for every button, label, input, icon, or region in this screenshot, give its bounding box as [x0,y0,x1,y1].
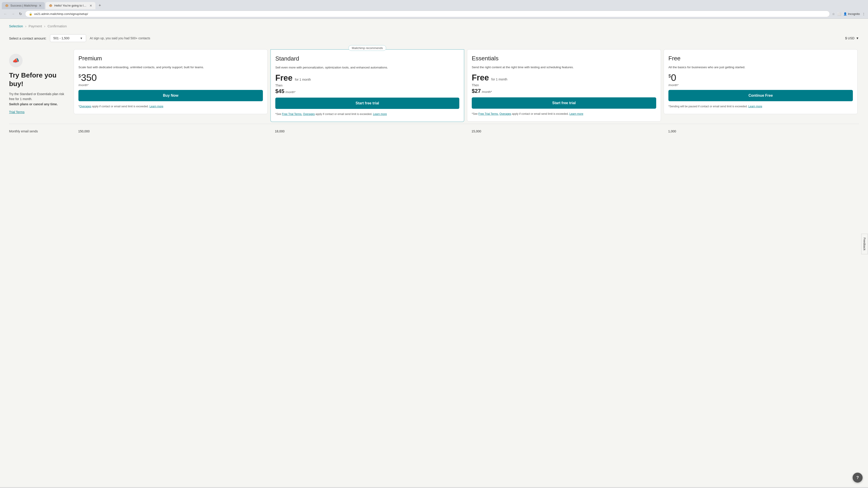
essentials-free-label: Free [472,73,489,82]
incognito-label: Incognito [848,12,860,15]
try-desc-bold: Switch plans or cancel any time. [9,102,58,106]
breadcrumb-confirmation[interactable]: Confirmation [48,24,67,28]
standard-plan-desc: Sell even more with personalization, opt… [275,65,459,70]
tab-close-2[interactable]: ✕ [90,4,92,7]
essentials-trial-terms-link[interactable]: Free Trial Terms. [478,112,499,116]
free-col: Free All the basics for businesses who a… [662,49,859,122]
breadcrumb-sep-1: › [25,24,26,28]
essentials-then-sub: /month* [482,90,492,94]
essentials-col: Essentials Send the right content at the… [466,49,662,122]
megaphone-icon: 📣 [9,54,23,67]
try-desc-line1: Try the Standard or Essentials plan risk… [9,92,64,101]
free-price-main: $0 [669,73,853,83]
essentials-plan-desc: Send the right content at the right time… [472,65,656,70]
standard-monthly-sends: 18,000 [269,128,466,135]
free-price-sub: /month* [669,84,853,87]
plans-grid: 📣 Try Before you buy! Try the Standard o… [9,49,859,122]
free-price-block: $0 /month* [669,73,853,87]
free-footnote: *Sending will be paused if contact or em… [669,104,853,108]
standard-trial-button[interactable]: Start free trial [275,98,459,109]
horizontal-scrollbar[interactable] [0,487,868,488]
free-price-value: 0 [671,72,676,83]
essentials-trial-button[interactable]: Start free trial [472,97,656,109]
essentials-then-amount: $27 [472,88,481,94]
tab-hello-mailchimp[interactable]: 🐵 Hello! You're going to love it he... ✕ [46,2,95,9]
breadcrumb: Selection › Payment › Confirmation [9,24,859,28]
free-plan-card: Free All the basics for businesses who a… [664,49,858,114]
forward-button[interactable]: → [10,11,16,17]
free-learn-more-link[interactable]: Learn more [748,105,762,108]
premium-plan-name: Premium [79,55,263,62]
extensions-icon[interactable]: ⬜ [837,12,841,16]
premium-plan-desc: Scale fast with dedicated onboarding, un… [79,65,263,70]
essentials-overages-link[interactable]: Overages [500,112,511,116]
tab-title-1: Success | Mailchimp [10,4,37,7]
try-before-desc: Try the Standard or Essentials plan risk… [9,92,68,107]
help-button[interactable]: ? [852,473,863,483]
incognito-button[interactable]: 👤 Incognito [843,12,860,15]
tab-bar: 🐵 Success | Mailchimp ✕ 🐵 Hello! You're … [0,0,868,9]
standard-overages-link[interactable]: Overages [303,112,315,116]
premium-learn-more-link[interactable]: Learn more [149,105,163,108]
incognito-icon: 👤 [843,12,847,15]
premium-col: Premium Scale fast with dedicated onboar… [72,49,269,122]
new-tab-button[interactable]: + [96,2,103,9]
left-panel: 📣 Try Before you buy! Try the Standard o… [9,49,72,122]
premium-overages-link[interactable]: Overages [80,105,91,108]
back-button[interactable]: ← [3,11,8,17]
premium-buy-button[interactable]: Buy Now [79,90,263,101]
premium-price-symbol: $ [79,73,81,78]
premium-footnote: *Overages apply if contact or email send… [79,104,263,108]
standard-trial-terms-link[interactable]: Free Trial Terms. [282,112,302,116]
essentials-price-block: Free for 1 month Then $27 /month* [472,73,656,94]
essentials-price-then: Then [472,84,656,87]
recommended-badge-area: Mailchimp recommends [269,45,466,49]
free-price-symbol: $ [669,73,671,78]
address-text: us21.admin.mailchimp.com/signup/setup/ [34,12,88,15]
contact-amount-dropdown[interactable]: 501 - 1,500 ▼ [50,34,86,42]
breadcrumb-payment[interactable]: Payment [29,24,42,28]
essentials-plan-name: Essentials [472,55,656,62]
monthly-sends-row: Monthly email sends 150,000 18,000 15,00… [9,124,859,135]
lock-icon: 🔒 [29,12,32,15]
star-icon[interactable]: ☆ [832,12,835,16]
dropdown-arrow-icon: ▼ [80,37,83,40]
essentials-monthly-sends: 15,000 [466,128,662,135]
trial-terms-link[interactable]: Trial Terms [9,110,68,114]
free-continue-button[interactable]: Continue Free [669,90,853,101]
standard-free-row: Free for 1 month [275,73,459,83]
free-monthly-sends: 1,000 [662,128,859,135]
recommended-badge: Mailchimp recommends [348,45,386,51]
tab-close-1[interactable]: ✕ [39,4,41,7]
standard-learn-more-link[interactable]: Learn more [373,112,387,116]
currency-dropdown[interactable]: $ USD ▼ [845,36,859,40]
standard-footnote: *See Free Trial Terms. Overages apply if… [275,112,459,116]
premium-price-block: $350 /month* [79,73,263,87]
premium-price-main: $350 [79,73,263,83]
tab-favicon-1: 🐵 [5,4,8,7]
essentials-learn-more-link[interactable]: Learn more [569,112,583,116]
currency-value: $ USD [845,36,855,40]
feedback-tab[interactable]: Feedback [861,234,868,254]
currency-arrow-icon: ▼ [856,36,859,40]
standard-then-amount: $45 [275,88,284,94]
standard-plan-card: Standard Sell even more with personaliza… [270,49,464,122]
standard-then-sub: /month* [285,90,296,94]
address-bar-row: ← → ↻ 🔒 us21.admin.mailchimp.com/signup/… [0,9,868,19]
page-content: Selection › Payment › Confirmation Selec… [0,19,868,487]
try-before-title: Try Before you buy! [9,71,68,88]
breadcrumb-selection[interactable]: Selection [9,24,23,28]
standard-free-label: Free [275,73,292,83]
essentials-price-then-amount-row: $27 /month* [472,88,656,94]
tab-success-mailchimp[interactable]: 🐵 Success | Mailchimp ✕ [2,2,45,9]
breadcrumb-sep-2: › [44,24,45,28]
signup-info: At sign up, you said you had 500+ contac… [90,36,150,40]
reload-button[interactable]: ↻ [18,11,23,17]
standard-col: Mailchimp recommends Standard Sell even … [269,45,466,122]
standard-price-block: Free for 1 month Then $45 /month* [275,73,459,94]
free-plan-desc: All the basics for businesses who are ju… [669,65,853,70]
address-bar[interactable]: 🔒 us21.admin.mailchimp.com/signup/setup/ [25,11,830,17]
premium-plan-card: Premium Scale fast with dedicated onboar… [74,49,268,114]
menu-button[interactable]: ⋮ [862,12,865,16]
essentials-plan-card: Essentials Send the right content at the… [467,49,661,122]
